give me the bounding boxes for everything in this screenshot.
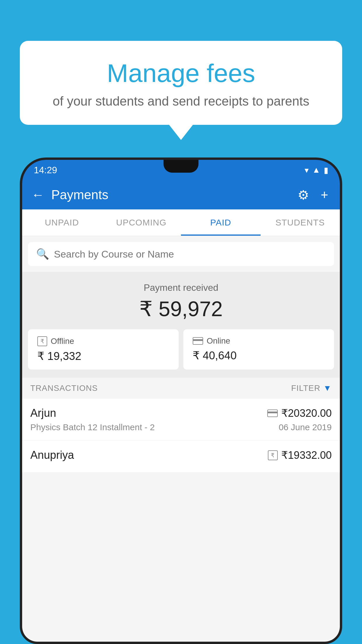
- payment-total-amount: ₹ 59,972: [28, 297, 334, 321]
- back-button[interactable]: ←: [31, 188, 44, 202]
- payment-summary: Payment received ₹ 59,972 ₹ Offline ₹ 19…: [22, 272, 340, 378]
- status-icons: ▾ ▲ ▮: [305, 165, 328, 175]
- search-input[interactable]: [54, 249, 326, 260]
- phone-notch: [164, 160, 198, 173]
- offline-amount: ₹ 19,332: [37, 350, 169, 363]
- add-button[interactable]: +: [318, 185, 331, 204]
- transaction-item[interactable]: Arjun ₹20320.00 Physics Batch 12 Install…: [22, 399, 340, 441]
- battery-icon: ▮: [324, 165, 328, 175]
- page-title: Payments: [51, 188, 288, 202]
- transactions-header: TRANSACTIONS FILTER ▼: [22, 378, 340, 399]
- card-payment-icon: [267, 410, 278, 417]
- settings-button[interactable]: ⚙: [295, 185, 311, 205]
- wifi-icon: ▾: [305, 165, 309, 175]
- transaction-row2: Physics Batch 12 Installment - 2 06 June…: [30, 422, 332, 432]
- tab-paid[interactable]: PAID: [181, 209, 261, 236]
- transaction-row1: Anupriya ₹ ₹19332.00: [30, 449, 332, 461]
- transaction-row1: Arjun ₹20320.00: [30, 407, 332, 419]
- speech-bubble: Manage fees of your students and send re…: [20, 41, 342, 125]
- amount-row: ₹20320.00: [267, 407, 332, 419]
- payment-received-label: Payment received: [28, 282, 334, 293]
- status-bar: 14:29 ▾ ▲ ▮: [22, 160, 340, 180]
- student-name: Anupriya: [30, 449, 74, 461]
- online-label: Online: [207, 336, 230, 346]
- student-name: Arjun: [30, 407, 56, 419]
- transactions-label: TRANSACTIONS: [30, 384, 98, 393]
- phone-frame: 14:29 ▾ ▲ ▮ ← Payments ⚙ + UNPAID UPCOMI…: [20, 158, 342, 644]
- amount-row: ₹ ₹19332.00: [268, 449, 332, 461]
- transaction-item[interactable]: Anupriya ₹ ₹19332.00: [22, 441, 340, 473]
- filter-icon: ▼: [323, 384, 332, 393]
- card-icon: [193, 337, 203, 345]
- signal-icon: ▲: [312, 165, 320, 175]
- course-label: Physics Batch 12 Installment - 2: [30, 422, 155, 432]
- online-card-header: Online: [193, 336, 325, 346]
- search-bar[interactable]: 🔍: [28, 242, 334, 266]
- rupee-payment-icon: ₹: [268, 450, 278, 460]
- tx-date: 06 June 2019: [279, 422, 332, 432]
- app-bar: ← Payments ⚙ +: [22, 180, 340, 209]
- tab-upcoming[interactable]: UPCOMING: [102, 209, 181, 236]
- filter-label: FILTER: [291, 384, 320, 393]
- rupee-icon: ₹: [37, 336, 47, 346]
- tabs-bar: UNPAID UPCOMING PAID STUDENTS: [22, 209, 340, 236]
- online-card: Online ₹ 40,640: [183, 329, 334, 370]
- status-time: 14:29: [34, 165, 57, 176]
- offline-label: Offline: [51, 337, 74, 346]
- search-icon: 🔍: [36, 248, 49, 260]
- tab-unpaid[interactable]: UNPAID: [22, 209, 102, 236]
- online-amount: ₹ 40,640: [193, 349, 325, 362]
- offline-card: ₹ Offline ₹ 19,332: [28, 329, 179, 370]
- offline-card-header: ₹ Offline: [37, 336, 169, 346]
- speech-bubble-title: Manage fees: [34, 58, 328, 88]
- phone-content: 🔍 Payment received ₹ 59,972 ₹ Offline ₹ …: [22, 236, 340, 642]
- payment-cards: ₹ Offline ₹ 19,332 Online ₹ 40,640: [28, 329, 334, 370]
- speech-bubble-subtitle: of your students and send receipts to pa…: [34, 94, 328, 108]
- tx-amount: ₹20320.00: [281, 407, 332, 419]
- filter-button[interactable]: FILTER ▼: [291, 384, 332, 393]
- tab-students[interactable]: STUDENTS: [261, 209, 340, 236]
- tx-amount: ₹19332.00: [281, 449, 332, 461]
